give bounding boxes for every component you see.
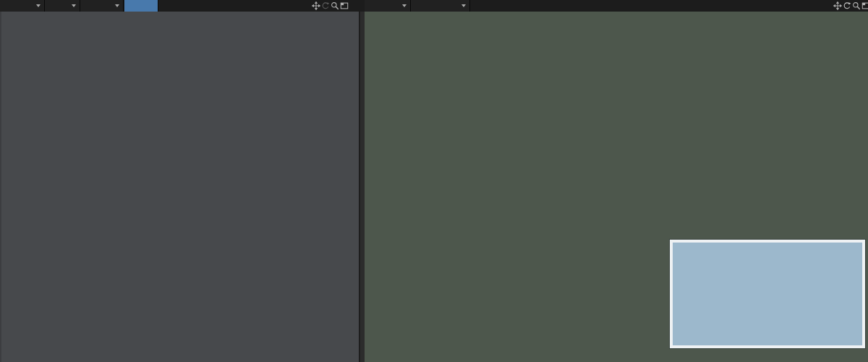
uv-viewport-controls bbox=[312, 1, 349, 11]
rotate-icon[interactable] bbox=[843, 1, 851, 11]
chevron-down-icon bbox=[115, 4, 119, 7]
chevron-down-icon bbox=[461, 4, 466, 7]
uv-view-mode-dropdown[interactable] bbox=[0, 0, 45, 12]
uv-editor-canvas[interactable] bbox=[1, 12, 359, 362]
chevron-down-icon bbox=[72, 4, 76, 7]
viewport-toolbar bbox=[0, 0, 868, 12]
pan-icon[interactable] bbox=[312, 1, 320, 11]
pane-layout-icon[interactable] bbox=[861, 1, 868, 11]
perspective-view-dropdown[interactable] bbox=[365, 0, 411, 12]
zoom-icon[interactable] bbox=[331, 1, 339, 11]
uv-editor-viewport bbox=[0, 12, 359, 362]
uv-texture-dropdown[interactable] bbox=[80, 0, 124, 12]
uv-shading-dropdown[interactable] bbox=[45, 0, 80, 12]
free-move-button[interactable] bbox=[124, 0, 158, 12]
modeler-window bbox=[0, 0, 868, 362]
rotate-icon[interactable] bbox=[321, 1, 330, 11]
perspective-viewport bbox=[365, 12, 868, 362]
perspective-shading-dropdown[interactable] bbox=[411, 0, 470, 12]
pan-icon[interactable] bbox=[833, 1, 842, 11]
pane-divider[interactable] bbox=[359, 12, 365, 362]
chevron-down-icon bbox=[402, 4, 407, 7]
pane-layout-icon[interactable] bbox=[340, 1, 349, 11]
chevron-down-icon bbox=[36, 4, 41, 7]
mountain-photo bbox=[673, 243, 862, 345]
reference-image bbox=[670, 240, 865, 348]
perspective-viewport-controls bbox=[833, 1, 868, 11]
zoom-icon[interactable] bbox=[852, 1, 861, 11]
